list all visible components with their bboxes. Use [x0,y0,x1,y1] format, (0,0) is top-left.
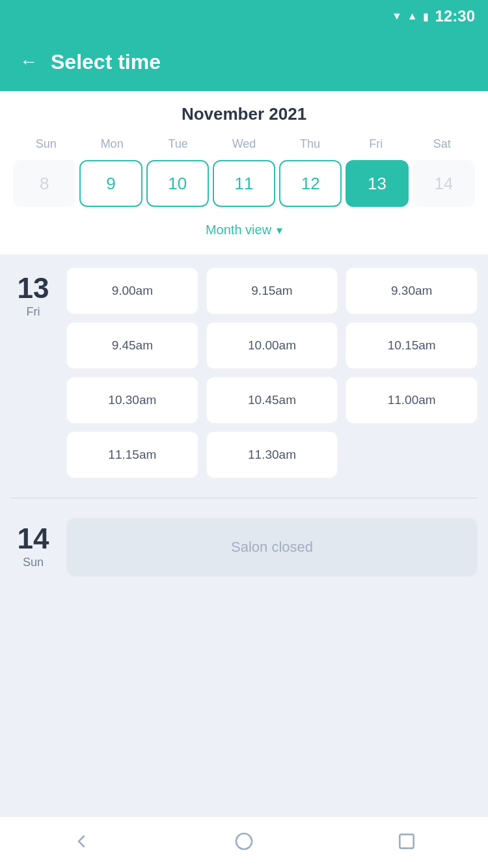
svg-rect-1 [400,834,413,848]
time-slot-1045[interactable]: 10.45am [206,377,338,424]
week-dates-row: 8 9 10 11 12 13 14 [13,160,475,207]
time-slot-1115[interactable]: 11.15am [66,431,198,478]
date-cell-14[interactable]: 14 [413,160,475,207]
time-slot-1030[interactable]: 10.30am [66,377,198,424]
nav-back-button[interactable] [64,824,98,860]
weekday-thu: Thu [277,135,343,154]
time-slot-1130[interactable]: 11.30am [206,431,338,478]
page-title: Select time [51,50,161,74]
date-cell-8[interactable]: 8 [13,160,75,207]
wifi-icon: ▼ [392,10,402,22]
month-view-label: Month view [206,223,271,237]
status-bar: ▼ ▲ ▮ 12:30 [0,0,488,33]
chevron-down-icon: ▾ [277,223,282,237]
weekday-fri: Fri [343,135,409,154]
salon-closed-box: Salon closed [66,518,478,576]
nav-recent-button[interactable] [390,824,424,860]
bottom-nav [0,816,488,868]
day-label-13: 13 Fri [10,267,56,478]
weekdays-row: Sun Mon Tue Wed Thu Fri Sat [13,135,475,154]
date-cell-12[interactable]: 12 [279,160,342,207]
date-cell-13[interactable]: 13 [346,160,408,207]
time-slot-900[interactable]: 9.00am [66,267,198,314]
salon-closed-label: Salon closed [231,539,313,556]
recent-nav-icon [396,831,417,852]
month-view-toggle[interactable]: Month view ▾ [13,216,475,248]
status-icons: ▼ ▲ ▮ [392,10,429,23]
time-slots-grid-13: 9.00am 9.15am 9.30am 9.45am 10.00am 10.1… [66,267,478,478]
weekday-mon: Mon [79,135,144,154]
date-cell-11[interactable]: 11 [213,160,275,207]
home-nav-icon [234,831,254,852]
weekday-tue: Tue [145,135,211,154]
time-slot-1015[interactable]: 10.15am [346,322,478,369]
date-cell-10[interactable]: 10 [146,160,209,207]
date-cell-9[interactable]: 9 [79,160,142,207]
schedule-area: 13 Fri 9.00am 9.15am 9.30am 9.45am 10.00… [0,254,488,816]
header: ← Select time [0,33,488,91]
calendar-section: November 2021 Sun Mon Tue Wed Thu Fri Sa… [0,91,488,254]
signal-icon: ▲ [407,10,418,22]
time-slot-945[interactable]: 9.45am [66,322,198,369]
time-slot-1000[interactable]: 10.00am [206,322,338,369]
battery-icon: ▮ [423,10,429,23]
month-year: November 2021 [13,104,475,124]
day-number-14: 14 [18,524,49,553]
day-label-14: 14 Sun [10,518,56,576]
weekday-sun: Sun [13,135,79,154]
time-slot-930[interactable]: 9.30am [346,267,478,314]
status-time: 12:30 [435,7,475,25]
day-section-14: 14 Sun Salon closed [10,518,478,576]
time-slot-915[interactable]: 9.15am [206,267,338,314]
weekday-wed: Wed [211,135,277,154]
section-divider [10,498,478,498]
day-number-13: 13 [18,274,49,303]
back-nav-icon [71,831,92,852]
day-name-14: Sun [23,556,44,569]
day-name-13: Fri [27,305,40,319]
svg-point-0 [236,834,252,849]
weekday-sat: Sat [409,135,475,154]
time-slot-1100[interactable]: 11.00am [346,377,478,424]
nav-home-button[interactable] [227,824,261,860]
day-section-13: 13 Fri 9.00am 9.15am 9.30am 9.45am 10.00… [10,267,478,478]
back-button[interactable]: ← [20,51,38,72]
